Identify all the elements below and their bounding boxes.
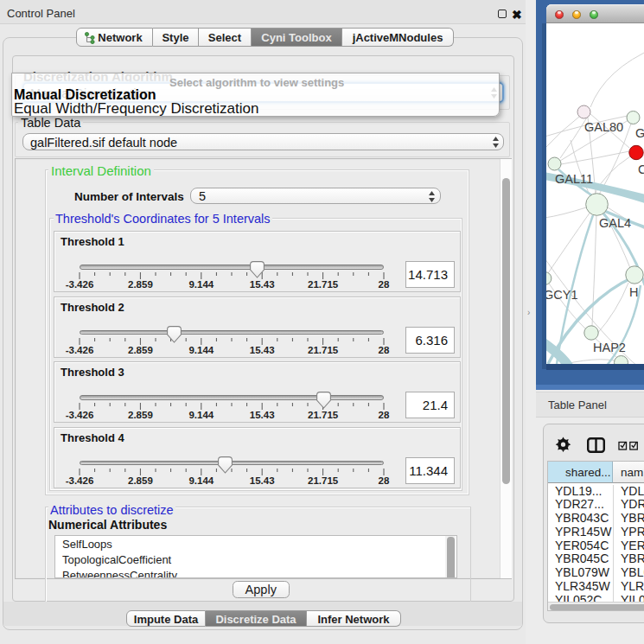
- svg-text:HAP2: HAP2: [593, 341, 626, 354]
- svg-text:GAL80: GAL80: [584, 120, 623, 134]
- svg-text:GCY1: GCY1: [546, 288, 578, 302]
- svg-text:GAL4: GAL4: [599, 216, 631, 230]
- svg-text:G.: G.: [635, 126, 644, 140]
- svg-text:C: C: [638, 163, 644, 176]
- svg-text:GAL11: GAL11: [555, 172, 593, 186]
- svg-text:H: H: [629, 285, 638, 299]
